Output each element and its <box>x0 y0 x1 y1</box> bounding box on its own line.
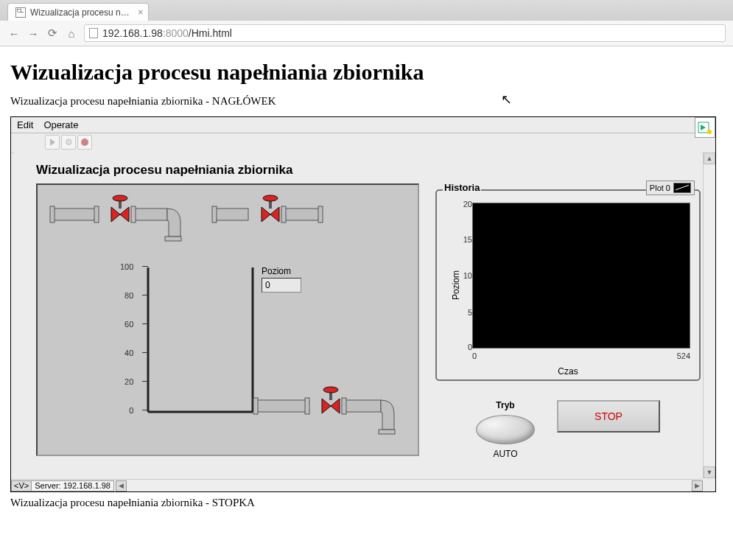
vertical-scrollbar[interactable]: ▲ ▼ <box>703 153 715 478</box>
tank <box>148 267 253 412</box>
status-bar: <V> Server: 192.168.1.98 ◀ ▶ <box>11 479 703 491</box>
mode-control: Tryb AUTO <box>476 400 535 459</box>
url-path: /Hmi.html <box>189 27 232 39</box>
x-tick-0: 0 <box>472 351 477 360</box>
svg-rect-29 <box>379 430 395 434</box>
mouse-cursor-icon: ↖ <box>501 91 512 108</box>
svg-point-2 <box>707 130 712 134</box>
scroll-down-icon[interactable]: ▼ <box>704 466 715 478</box>
page-footer: Wizualizacja procesu napełniania zbiorni… <box>10 497 723 509</box>
panel-title: Wizualizacja procesu napełniania zbiorni… <box>36 163 702 178</box>
hmi-toolbar <box>11 133 715 153</box>
svg-rect-13 <box>133 209 167 220</box>
stop-label: STOP <box>595 410 622 422</box>
tank-scale: 100 80 60 40 20 0 <box>120 263 133 435</box>
svg-rect-24 <box>256 400 307 412</box>
status-text: Server: 192.168.1.98 <box>32 480 114 491</box>
url-field[interactable]: 192.168.1.98:8000/Hmi.html <box>84 24 726 42</box>
tank-tick-marks <box>142 266 150 412</box>
run-continuous-icon[interactable] <box>61 135 76 150</box>
y-tick-5: 5 <box>468 308 472 317</box>
menu-operate[interactable]: Operate <box>43 119 78 130</box>
process-diagram: 100 80 60 40 20 0 Poziom 0 <box>36 183 419 456</box>
svg-rect-10 <box>52 209 97 220</box>
svg-rect-12 <box>94 206 99 223</box>
browser-chrome: Wizualizacja procesu nape × ← → ⟳ ⌂ 192.… <box>0 0 733 46</box>
mode-toggle-button[interactable] <box>476 415 535 444</box>
mode-value: AUTO <box>476 449 535 459</box>
run-arrow-icon[interactable] <box>45 135 60 150</box>
hmi-body: Wizualizacja procesu napełniania zbiorni… <box>14 153 702 478</box>
legend-swatch-icon <box>673 183 691 193</box>
svg-rect-26 <box>305 398 309 414</box>
y-tick-0: 0 <box>468 343 472 351</box>
level-label: Poziom <box>262 266 291 276</box>
svg-rect-15 <box>165 237 181 241</box>
chart-plot-area[interactable] <box>472 203 690 349</box>
tank-tick-20: 20 <box>120 378 133 407</box>
home-button[interactable]: ⌂ <box>65 27 78 40</box>
history-chart: Historia Plot 0 20 15 10 5 0 Poziom <box>435 189 701 381</box>
svg-rect-28 <box>342 398 346 414</box>
page-favicon-icon <box>15 7 26 18</box>
valve-inlet-2-icon <box>262 195 279 222</box>
abort-icon[interactable] <box>77 135 92 150</box>
page-body: Wizualizacja procesu napełniania zbiorni… <box>0 46 733 524</box>
tank-tick-100: 100 <box>120 263 133 292</box>
legend-label: Plot 0 <box>650 183 670 192</box>
chart-legend[interactable]: Plot 0 <box>646 181 695 195</box>
forward-button[interactable]: → <box>27 27 40 40</box>
tank-tick-80: 80 <box>120 292 133 321</box>
inlet-pipe-left <box>50 206 99 223</box>
svg-rect-20 <box>318 206 323 223</box>
tank-tick-60: 60 <box>120 321 133 349</box>
chart-x-label: Czas <box>558 366 578 377</box>
hmi-menubar: Edit Operate <box>11 117 715 133</box>
page-title: Wizualizacja procesu napełniania zbiorni… <box>10 60 723 85</box>
svg-rect-19 <box>281 206 286 223</box>
menu-edit[interactable]: Edit <box>17 119 33 130</box>
right-column: Historia Plot 0 20 15 10 5 0 Poziom <box>435 189 701 459</box>
svg-rect-25 <box>253 398 258 414</box>
svg-rect-17 <box>212 206 217 223</box>
svg-marker-1 <box>701 125 706 130</box>
scroll-up-icon[interactable]: ▲ <box>704 153 715 164</box>
hscroll-right-icon[interactable]: ▶ <box>692 480 703 491</box>
tank-tick-0: 0 <box>120 407 133 435</box>
svg-rect-11 <box>50 206 55 223</box>
reload-button[interactable]: ⟳ <box>46 27 59 40</box>
status-flag[interactable]: <V> <box>11 480 32 491</box>
valve-outlet-icon <box>322 387 340 413</box>
page-subheader: Wizualizacja procesu napełniania zbiorni… <box>10 95 723 108</box>
process-svg <box>38 185 421 458</box>
tab-title: Wizualizacja procesu nape <box>30 7 133 18</box>
tank-tick-40: 40 <box>120 349 133 378</box>
svg-rect-27 <box>344 400 381 412</box>
hscroll-left-icon[interactable]: ◀ <box>116 480 127 491</box>
y-tick-10: 10 <box>463 271 472 280</box>
x-tick-524: 524 <box>677 351 690 360</box>
tab-bar: Wizualizacja procesu nape × <box>0 0 733 21</box>
labview-logo-icon <box>695 117 715 138</box>
chart-x-axis: 0 524 <box>472 351 690 363</box>
chart-title: Historia <box>443 182 481 193</box>
level-value[interactable]: 0 <box>262 278 301 293</box>
chart-y-label: Poziom <box>451 270 461 300</box>
y-tick-20: 20 <box>463 200 472 209</box>
stop-button[interactable]: STOP <box>557 400 660 433</box>
address-bar: ← → ⟳ ⌂ 192.168.1.98:8000/Hmi.html <box>0 21 733 46</box>
y-tick-15: 15 <box>463 235 472 244</box>
svg-rect-14 <box>131 206 136 223</box>
tab-close-icon[interactable]: × <box>138 7 144 18</box>
url-hostname: 192.168.1.98 <box>102 27 163 39</box>
mode-title: Tryb <box>476 400 535 410</box>
page-icon <box>89 28 98 38</box>
svg-rect-18 <box>284 209 320 220</box>
hmi-panel: Edit Operate Wizualizacja procesu napełn… <box>10 116 716 492</box>
url-port: :8000 <box>163 27 189 39</box>
svg-rect-16 <box>214 209 248 220</box>
controls-row: Tryb AUTO STOP <box>435 400 701 459</box>
valve-inlet-1-icon <box>111 195 129 222</box>
back-button[interactable]: ← <box>7 27 21 40</box>
browser-tab[interactable]: Wizualizacja procesu nape × <box>7 3 149 21</box>
